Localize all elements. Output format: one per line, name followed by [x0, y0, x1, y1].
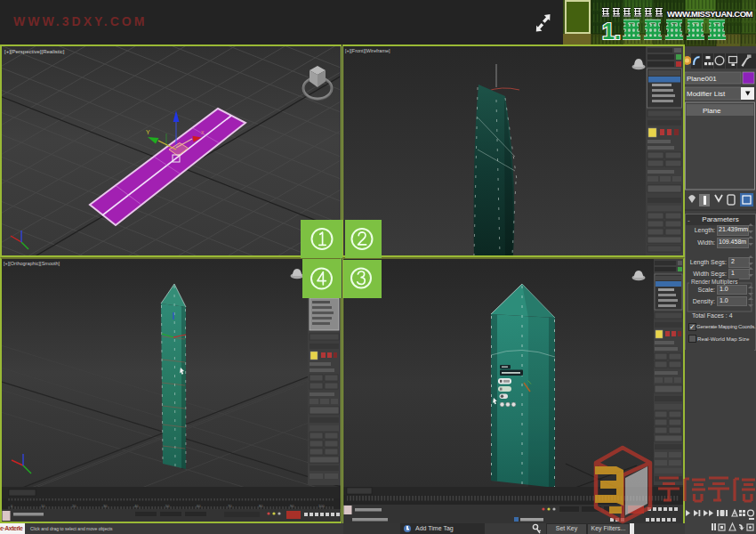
svg-text:50: 50 [165, 504, 170, 508]
svg-text:80: 80 [259, 504, 263, 508]
svg-text:10: 10 [41, 504, 45, 508]
svg-text:40: 40 [134, 504, 139, 508]
svg-text:70: 70 [228, 504, 232, 508]
svg-text:100: 100 [318, 504, 325, 508]
svg-text:20: 20 [72, 504, 76, 508]
svg-text:[+][Front][Wireframe]: [+][Front][Wireframe] [345, 48, 390, 53]
svg-text:30: 30 [103, 504, 108, 508]
svg-text:[+][Perspective][Realistic]: [+][Perspective][Realistic] [4, 49, 65, 54]
svg-text:x: x [201, 129, 205, 135]
svg-text:1.: 1. [602, 19, 621, 44]
svg-text:[+][Orthographic][Smooth]: [+][Orthographic][Smooth] [4, 261, 60, 266]
svg-text:60: 60 [197, 504, 201, 508]
svg-text:WWW.MISSYUAN.COM: WWW.MISSYUAN.COM [667, 9, 753, 19]
svg-text:Y: Y [146, 129, 150, 135]
svg-text:90: 90 [290, 504, 294, 508]
